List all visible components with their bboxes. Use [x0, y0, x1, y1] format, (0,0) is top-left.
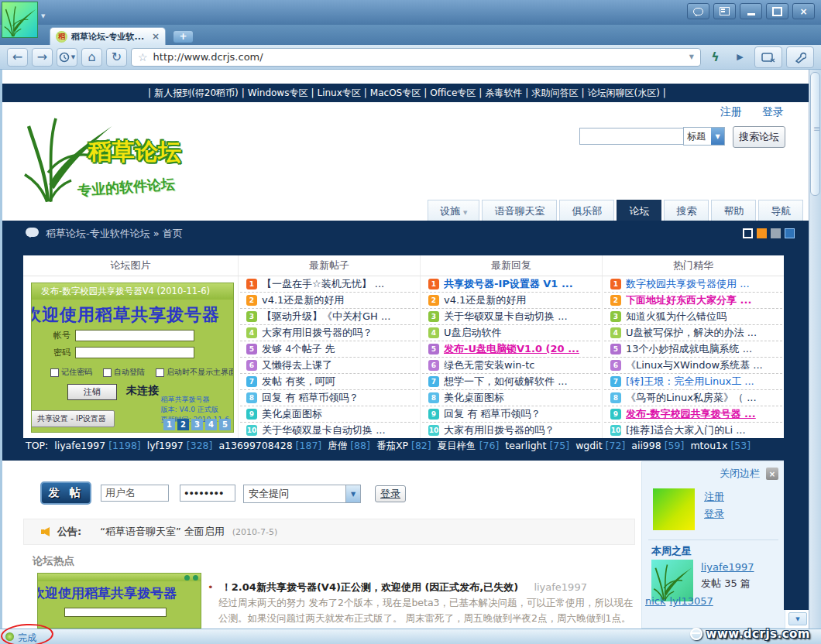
list-item[interactable]: 7发帖 有奖，呵呵 [240, 374, 418, 390]
tab-forum[interactable]: 论坛 [617, 200, 661, 221]
list-item[interactable]: 4U盘启动软件 [422, 325, 600, 341]
list-item[interactable]: 5发布-U盘电脑锁V1.0 (20 ... [422, 341, 600, 358]
list-item[interactable]: 10大家有用旧拨号器的吗？ [422, 423, 600, 438]
style-square-2[interactable] [757, 228, 767, 238]
top-user[interactable]: tearlight [505, 440, 546, 453]
list-item[interactable]: 2v4.1还是新的好用 [422, 293, 600, 309]
tab-close-icon[interactable]: × [152, 31, 160, 42]
list-item[interactable]: 4U盘被写保护，解决的办法 ... [604, 325, 782, 341]
history-button[interactable]: ▼ [57, 48, 77, 67]
bookmark-star-icon[interactable]: ☆ [138, 51, 148, 63]
menu-caret-icon[interactable]: ▼ [41, 13, 45, 19]
snapshot-button[interactable] [754, 46, 782, 68]
turbo-bolt-icon[interactable]: ϟ [705, 48, 726, 67]
list-item[interactable]: 3知道火狐为什么错位吗 [604, 309, 782, 325]
style-square-3[interactable] [771, 228, 781, 238]
forum-image-dialer-screenshot[interactable]: 发布-数字校园共享拨号器V4 (2010-11-6) 欢迎使用稻草共享拨号器 帐… [31, 283, 234, 433]
tab-voice-chat[interactable]: 语音聊天室 [482, 200, 557, 221]
tools-button[interactable] [786, 46, 814, 68]
top-user[interactable]: 夏目梓鱼 [438, 440, 476, 453]
page-scrollbar[interactable] [809, 70, 821, 629]
list-item[interactable]: 10关于华硕双显卡自动切换 ... [240, 423, 418, 438]
top-user[interactable]: 番茄XP [376, 440, 408, 453]
tab-facilities[interactable]: 设施▼ [428, 200, 479, 221]
top-user[interactable]: aii998 [631, 440, 661, 453]
sidebar-login-link[interactable]: 登录 [704, 507, 724, 521]
nick-user-link[interactable]: lyl13057 [670, 595, 713, 607]
image-page-3[interactable]: 3 [191, 419, 203, 430]
back-button[interactable]: ← [7, 48, 28, 67]
hot-topic-author[interactable]: liyafe1997 [534, 581, 587, 593]
top-user[interactable]: lyf1997 [147, 440, 184, 453]
list-item[interactable]: 9美化桌面图标 [240, 406, 418, 423]
register-link[interactable]: 注册 [720, 105, 742, 119]
sidebar-register-link[interactable]: 注册 [704, 490, 724, 504]
go-button[interactable]: ▶ [730, 48, 751, 67]
top-user[interactable]: 唐僧 [328, 440, 347, 453]
nav-antivirus[interactable]: 杀毒软件 [476, 87, 522, 100]
list-item[interactable]: 6《Linux与XWindow系统基 ... [604, 358, 782, 374]
password-input[interactable] [180, 485, 235, 502]
list-item[interactable]: 8回复 有 稻草币领吗？ [240, 390, 418, 406]
list-item[interactable]: 5发够 4个帖子 先 [240, 341, 418, 358]
login-link[interactable]: 登录 [762, 105, 784, 119]
nick-label-link[interactable]: nick [645, 595, 666, 607]
list-item[interactable]: 2下面地址好东西大家分享 ... [604, 293, 782, 309]
breadcrumb[interactable]: 稻草论坛-专业软件论坛 » 首页 [46, 227, 183, 241]
announcement-title[interactable]: “稻草语音聊天室” 全面启用 [100, 525, 225, 539]
list-item[interactable]: 9回复 有 稻草币领吗？ [422, 406, 600, 423]
list-item[interactable]: 1【一盘在手☆装机无忧】 ... [240, 276, 418, 293]
nav-office[interactable]: Office专区 [421, 87, 476, 100]
top-user[interactable]: liyafe1997 [54, 440, 105, 453]
list-item[interactable]: 8《鸟哥的Linux私房菜》（ ... [604, 390, 782, 406]
style-square-1[interactable] [743, 228, 753, 238]
image-page-4[interactable]: 4 [205, 419, 217, 430]
home-button[interactable]: ⌂ [81, 48, 102, 67]
image-page-5[interactable]: 5 [219, 419, 231, 430]
list-item[interactable]: 4大家有用旧拨号器的吗？ [240, 325, 418, 341]
search-input[interactable] [579, 128, 686, 145]
image-page-2[interactable]: 2 [177, 419, 189, 430]
close-sidebar-link[interactable]: 关闭边栏 [720, 467, 760, 481]
list-item[interactable]: 1数字校园共享拨号器使用 ... [604, 276, 782, 293]
url-dropdown-icon[interactable]: ▼ [689, 53, 694, 60]
close-button[interactable]: × [792, 3, 815, 19]
nav-windows[interactable]: Windows专区 [239, 87, 308, 100]
new-post-button[interactable]: 发 帖 [40, 481, 91, 505]
tab-help[interactable]: 帮助 [711, 200, 756, 221]
tab-search[interactable]: 搜索 [664, 200, 709, 221]
list-item[interactable]: 7想学一下，如何破解软件 ... [422, 374, 600, 390]
list-item[interactable]: 6绿色无需安装win-tc [422, 358, 600, 374]
close-sidebar-button[interactable]: × [766, 468, 778, 480]
tab-forum[interactable]: 稻 稻草论坛-专业软... × [50, 27, 166, 45]
announcement-bar[interactable]: 公告: “稻草语音聊天室” 全面启用 (2010-7-5) [23, 519, 635, 545]
image-page-1[interactable]: 1 [163, 419, 175, 430]
panel-button[interactable] [713, 3, 736, 19]
top-user[interactable]: wgdit [575, 440, 602, 453]
address-bar[interactable]: ☆ http://www.dcrjs.com/ ▼ [131, 48, 701, 67]
url-text[interactable]: http://www.dcrjs.com/ [153, 51, 684, 63]
tab-club[interactable]: 俱乐部 [559, 200, 614, 221]
chevron-down-icon[interactable]: ▼ [711, 128, 724, 145]
list-item[interactable]: 513个小妙招成就电脑系统 ... [604, 341, 782, 358]
sidebar-scroll-down-button[interactable]: ▼ [788, 612, 807, 625]
security-question-select[interactable]: 安全提问 ▼ [243, 485, 361, 503]
list-item[interactable]: 8美化桌面图标 [422, 390, 600, 406]
nav-chat-zone[interactable]: 论坛闲聊区(水区) [578, 87, 665, 100]
nav-linux[interactable]: Linux专区 [307, 87, 360, 100]
list-item[interactable]: 3关于华硕双显卡自动切换 ... [422, 309, 600, 325]
new-tab-button[interactable]: + [173, 31, 193, 43]
login-button[interactable]: 登录 [375, 485, 406, 502]
forward-button[interactable]: → [32, 48, 53, 67]
top-user[interactable]: a13699708428 [218, 440, 292, 453]
chevron-down-icon[interactable]: ▼ [345, 485, 360, 502]
username-input[interactable] [101, 485, 169, 502]
nav-newcomer[interactable]: 新人报到(得20稻币) [145, 87, 239, 100]
feedback-button[interactable] [687, 3, 709, 19]
list-item[interactable]: 9发布-数字校园共享拨号器 ... [604, 406, 782, 423]
star-user-link[interactable]: liyafe1997 [701, 561, 754, 573]
list-item[interactable]: 10[推荐]适合大家入门的Li ... [604, 423, 782, 438]
scrollbar-thumb[interactable] [810, 72, 820, 196]
list-item[interactable]: 7[转]王垠：完全用Linux工 ... [604, 374, 782, 390]
refresh-button[interactable]: ↻ [106, 48, 127, 67]
